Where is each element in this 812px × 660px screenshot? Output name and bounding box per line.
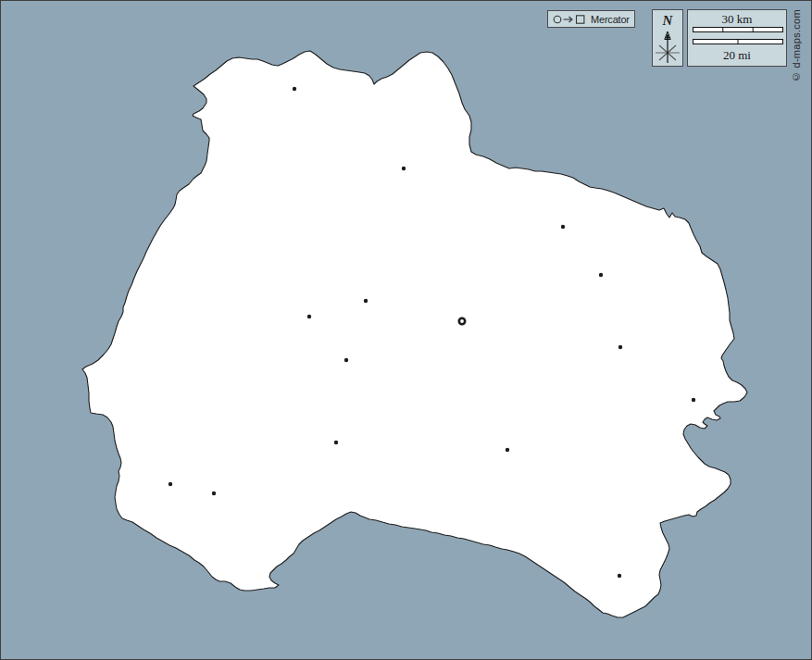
scale-bars [693,27,783,45]
city-dot [212,492,216,495]
city-dot [307,315,311,318]
city-dot [344,358,348,362]
scale-mi-label: 20 mi [688,48,786,63]
projection-symbols [553,14,587,25]
scale-panel: 30 km 20 mi [687,9,787,67]
map-svg [1,1,811,659]
landmass-outline [82,51,747,617]
circle-symbol-icon [554,16,561,23]
projection-label: Mercator [591,14,630,25]
projection-legend: Mercator [547,10,635,28]
compass-rose-icon [653,29,682,66]
city-dot [692,398,695,402]
city-dot [506,448,509,452]
city-dot [618,574,621,578]
capital-marker [459,318,465,324]
map-credit: © d-maps.com [791,9,802,82]
map-canvas: Mercator N 30 km 20 mi © d-maps.com [0,0,812,660]
city-dot [334,441,338,444]
city-dot [169,482,172,486]
city-dot [561,225,565,229]
city-dot [364,299,368,303]
north-panel: N [652,9,683,67]
city-dot [293,87,296,91]
city-dot [599,273,603,277]
scale-bar-km [693,28,783,32]
scale-km-label: 30 km [688,12,786,27]
city-dot [402,167,406,170]
north-label: N [653,12,682,29]
city-dot [618,345,622,349]
square-symbol-icon [577,15,584,22]
